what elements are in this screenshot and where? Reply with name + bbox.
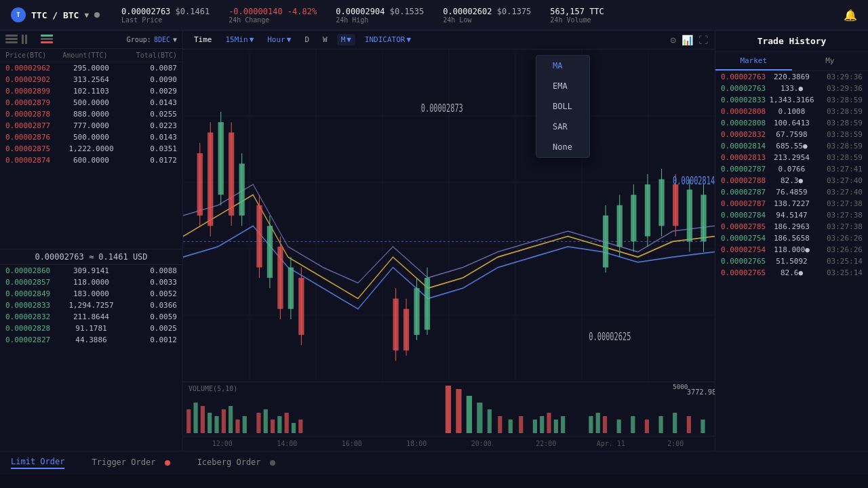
pair-info: T TTC / BTC ▼ bbox=[11, 7, 100, 22]
svg-rect-72 bbox=[271, 420, 275, 433]
time-1400: 14:00 bbox=[255, 440, 320, 447]
ma-option-boll[interactable]: BOLL bbox=[536, 96, 589, 117]
group-selector[interactable]: Group: 8DEC ▼ bbox=[127, 36, 177, 43]
tab-market[interactable]: Market bbox=[715, 52, 792, 70]
limit-order-tab[interactable]: Limit Order bbox=[11, 457, 64, 469]
sell-order-row[interactable]: 0.00002962295.00000.0087 bbox=[0, 62, 182, 74]
main-content: Group: 8DEC ▼ Price(BTC) Amount(TTC) Tot… bbox=[0, 30, 868, 451]
svg-rect-65 bbox=[214, 416, 218, 433]
volume-area: VOLUME(5,10) bbox=[183, 382, 715, 436]
svg-rect-89 bbox=[561, 416, 565, 433]
sell-order-row[interactable]: 0.00002879500.00000.0143 bbox=[0, 97, 182, 108]
ma-option-sar[interactable]: SAR bbox=[536, 117, 589, 137]
trade-history-row: 0.00002763220.386903:29:36 bbox=[715, 71, 868, 83]
svg-rect-73 bbox=[277, 416, 281, 433]
trade-history-row: 0.00002754186.565803:26:26 bbox=[715, 232, 868, 244]
svg-rect-91 bbox=[596, 413, 600, 433]
change-block: -0.00000140 -4.82% 24h Change bbox=[229, 7, 317, 24]
chart-type-icon[interactable]: 📊 bbox=[682, 35, 693, 45]
order-book-panel: Group: 8DEC ▼ Price(BTC) Amount(TTC) Tot… bbox=[0, 30, 183, 451]
pair-icon: T bbox=[11, 7, 26, 22]
chart-area: 0.00002625 0.00002873 0.00002814 bbox=[183, 49, 715, 382]
trade-history-row: 0.000028080.100803:28:59 bbox=[715, 106, 868, 117]
low-value: 0.00002602 $0.1375 bbox=[443, 7, 531, 16]
svg-rect-95 bbox=[645, 420, 649, 433]
volume-value: 563,157 TTC bbox=[550, 7, 604, 16]
ma-dropdown[interactable]: MA EMA BOLL SAR None bbox=[536, 55, 590, 158]
hour-btn[interactable]: Hour▼ bbox=[263, 34, 295, 45]
svg-rect-64 bbox=[208, 413, 212, 433]
buy-order-row[interactable]: 0.00002857118.00000.0033 bbox=[0, 277, 182, 288]
trade-history-row: 0.0000283267.759803:28:59 bbox=[715, 129, 868, 140]
svg-rect-63 bbox=[201, 406, 205, 433]
time-axis: 12:00 14:00 16:00 18:00 20:00 22:00 Apr.… bbox=[183, 436, 715, 451]
trade-history-row: 0.0000278882.3●03:27:40 bbox=[715, 175, 868, 186]
sell-order-row[interactable]: 0.00002877777.00000.0223 bbox=[0, 120, 182, 131]
svg-rect-78 bbox=[456, 389, 461, 433]
svg-rect-83 bbox=[509, 420, 513, 433]
svg-rect-69 bbox=[243, 416, 247, 433]
trade-history-row: 0.00002787138.722703:27:38 bbox=[715, 198, 868, 209]
order-book-header: Group: 8DEC ▼ bbox=[0, 30, 182, 49]
buy-order-row[interactable]: 0.00002849183.00000.0052 bbox=[0, 288, 182, 300]
iceberg-order-tab[interactable]: Iceberg Order bbox=[197, 458, 275, 468]
svg-rect-68 bbox=[235, 420, 239, 433]
buy-order-row[interactable]: 0.00002860309.91410.0088 bbox=[0, 265, 182, 277]
view-icon-3[interactable] bbox=[41, 35, 53, 44]
bell-icon[interactable]: 🔔 bbox=[844, 9, 857, 22]
trade-history-row: 0.000027870.076603:27:41 bbox=[715, 163, 868, 175]
last-price-label: Last Price bbox=[121, 16, 210, 24]
buy-order-row[interactable]: 0.00002832211.86440.0059 bbox=[0, 311, 182, 323]
buy-order-row[interactable]: 0.0000282744.38860.0012 bbox=[0, 334, 182, 346]
time-1800: 18:00 bbox=[384, 440, 450, 447]
svg-rect-85 bbox=[533, 420, 537, 433]
group-label: Group: bbox=[127, 36, 151, 43]
view-icon-2[interactable] bbox=[22, 35, 37, 44]
trade-history-row: 0.00002808100.641303:28:59 bbox=[715, 117, 868, 129]
trigger-order-tab[interactable]: Trigger Order bbox=[92, 458, 170, 468]
buy-order-row[interactable]: 0.000028331,294.72570.0366 bbox=[0, 300, 182, 311]
15min-btn[interactable]: 15Min▼ bbox=[222, 34, 258, 45]
sell-order-row[interactable]: 0.000028751,222.00000.0351 bbox=[0, 143, 182, 155]
sell-order-row[interactable]: 0.00002876500.00000.0143 bbox=[0, 131, 182, 143]
svg-rect-87 bbox=[547, 413, 551, 433]
trade-history-row: 0.0000276582.6●03:25:14 bbox=[715, 267, 868, 279]
trigger-dot bbox=[165, 460, 170, 466]
pair-dropdown-icon[interactable]: ▼ bbox=[84, 11, 89, 20]
time-2000: 20:00 bbox=[449, 440, 514, 447]
svg-rect-70 bbox=[256, 413, 260, 433]
d-btn[interactable]: D bbox=[300, 34, 313, 45]
w-btn[interactable]: W bbox=[319, 34, 332, 45]
trade-history-title: Trade History bbox=[715, 30, 868, 52]
sell-order-row[interactable]: 0.00002899102.11030.0029 bbox=[0, 85, 182, 97]
svg-text:0.00002625: 0.00002625 bbox=[589, 331, 631, 343]
svg-rect-88 bbox=[554, 420, 558, 433]
svg-rect-80 bbox=[477, 403, 482, 433]
change-label: 24h Change bbox=[229, 16, 317, 24]
svg-rect-67 bbox=[229, 406, 233, 433]
ma-option-ema[interactable]: EMA bbox=[536, 76, 589, 96]
sell-orders: 0.00002962295.00000.00870.00002902313.25… bbox=[0, 62, 182, 249]
group-dropdown-icon[interactable]: ▼ bbox=[173, 36, 177, 43]
mid-price: 0.00002763 ≈ 0.1461 USD bbox=[0, 249, 182, 265]
trade-history-panel: Trade History Market My 0.00002763220.38… bbox=[715, 30, 868, 451]
time-1200: 12:00 bbox=[190, 440, 255, 447]
ma-option-none[interactable]: None bbox=[536, 137, 589, 157]
buy-orders: 0.00002860309.91410.00880.00002857118.00… bbox=[0, 265, 182, 451]
volume-block: 563,157 TTC 24h Volume bbox=[550, 7, 604, 24]
view-icon-1[interactable] bbox=[5, 35, 18, 44]
settings-icon[interactable]: ⚙ bbox=[671, 35, 676, 45]
status-dot bbox=[94, 12, 100, 18]
sell-order-row[interactable]: 0.00002902313.25640.0090 bbox=[0, 74, 182, 85]
tab-my[interactable]: My bbox=[792, 52, 869, 70]
m-btn[interactable]: M▼ bbox=[337, 34, 355, 45]
svg-rect-94 bbox=[631, 416, 635, 433]
sell-order-row[interactable]: 0.00002874600.00000.0172 bbox=[0, 155, 182, 166]
sell-order-row[interactable]: 0.00002878888.00000.0255 bbox=[0, 108, 182, 120]
ma-option-ma[interactable]: MA bbox=[536, 56, 589, 76]
time-1600: 16:00 bbox=[319, 440, 384, 447]
buy-order-row[interactable]: 0.0000282891.17810.0025 bbox=[0, 323, 182, 334]
indicator-btn[interactable]: INDICATOR▼ bbox=[361, 34, 415, 45]
change-value: -0.00000140 -4.82% bbox=[229, 7, 317, 16]
fullscreen-icon[interactable]: ⛶ bbox=[698, 35, 708, 45]
